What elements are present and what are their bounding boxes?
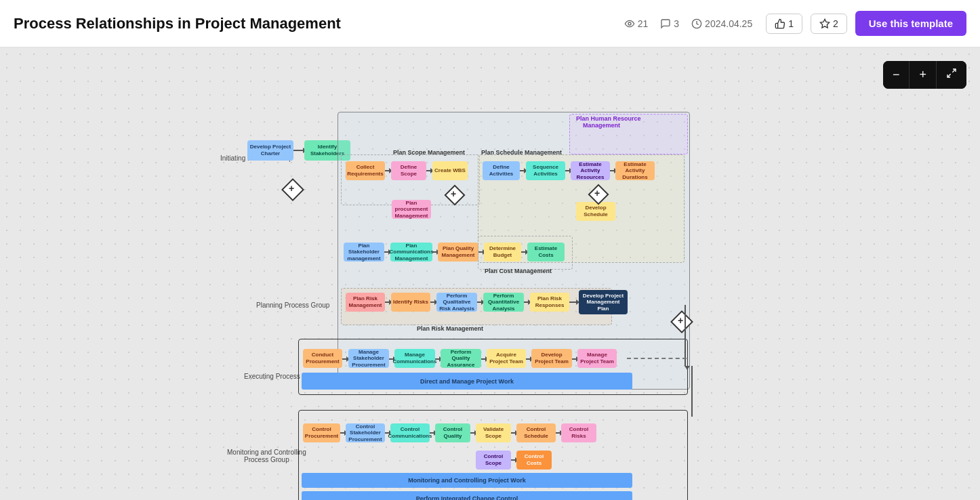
connector-exec-back [627,358,687,359]
plan-stakeholder-node: Plan Stakeholder management [344,243,384,262]
create-wbs-node: Create WBS [432,161,468,180]
fullscreen-button[interactable] [937,61,966,89]
plan-risk-responses-node: Plan Risk Responses [530,293,569,312]
develop-charter-node: Develop Project Charter [247,140,293,161]
direct-manage-bar: Direct and Manage Project Work [302,373,632,390]
header-meta: 21 3 2024.04.25 [624,18,752,29]
views-count: 21 [624,18,649,29]
manage-comm-node: Manage Communications [394,349,435,368]
conduct-procurement-node: Conduct Procurement [303,349,342,368]
plan-risk-section-label: Plan Risk Management [417,325,483,332]
perform-quantitative-node: Perform Quantitative Analysis [483,293,524,312]
diamond-planning-end: + [674,314,690,330]
svg-line-3 [952,69,956,72]
monitor-bar: Monitoring and Controlling Project Work [302,473,632,488]
perform-qualitative-node: Perform Qualitative Risk Analysis [436,293,477,312]
diamond-procurement: + [447,188,462,203]
planning-label: Planning Process Group [256,301,329,309]
zoom-in-button[interactable]: + [910,61,937,89]
monitoring-label: Monitoring and Controlling Process Group [227,449,306,463]
svg-point-0 [628,22,631,25]
header: Process Relationships in Project Managem… [0,0,980,47]
collect-req-node: Collect Requirements [346,161,385,180]
develop-pm-plan-node: Develop Project Management Plan [579,290,628,314]
cost-dashed-box [478,236,573,270]
validate-scope-node: Validate Scope [476,423,511,442]
svg-line-4 [947,74,951,77]
header-actions: 1 2 Use this template [766,11,966,36]
develop-team-node: Develop Project Team [531,349,572,368]
page-title: Process Relationships in Project Managem… [14,15,624,33]
manage-stakeholder-exec-node: Manage Stakeholder Procurement [348,349,389,368]
control-costs-node: Control Costs [516,451,552,470]
plan-hr-label: Plan Human Resource [576,115,641,122]
perform-quality-node: Perform Quality Assurance [441,349,481,368]
identify-risks-node: Identify Risks [391,293,430,312]
diamond-initiating: + [285,182,301,198]
acquire-team-node: Acquire Project Team [487,349,526,368]
sequence-activities-node: Sequence Activities [526,161,565,180]
develop-schedule-node: Develop Schedule [576,202,615,221]
plan-hr-label2: Management [583,122,620,129]
plan-quality-node: Plan Quality Management [438,243,478,262]
connector-v1 [685,305,686,366]
diamond-schedule: + [591,187,606,202]
plan-cost-label: Plan Cost Management [485,268,552,274]
control-schedule-node: Control Schedule [516,423,556,442]
plan-risk-node: Plan Risk Management [346,293,385,312]
plan-comm-node: Plan Communications Management [390,243,432,262]
control-procurement-node: Control Procurement [303,423,340,442]
zoom-out-button[interactable]: − [883,61,910,89]
define-activities-node: Define Activities [483,161,520,180]
est-resources-node: Estimate Activity Resources [571,161,610,180]
diagram: Initiating Process Group Planning Proces… [14,54,773,500]
control-scope-node: Control Scope [476,451,511,470]
date: 2024.04.25 [691,18,752,29]
control-risks-node: Control Risks [561,423,596,442]
comments-count: 3 [660,18,679,29]
est-durations-node: Estimate Activity Durations [615,161,655,180]
like-button[interactable]: 1 [766,14,802,34]
plan-procurement-node: Plan procurement Management [392,200,431,219]
manage-team-node: Manage Project Team [577,349,617,368]
star-button[interactable]: 2 [811,14,847,34]
control-comm-node: Control Communications [390,423,430,442]
integrated-bar: Perform Integrated Change Control [302,491,632,500]
svg-marker-2 [820,19,829,28]
zoom-controls: − + [883,61,966,89]
define-scope-node: Define Scope [391,161,426,180]
control-quality-node: Control Quality [435,423,470,442]
connector-mon-exec [691,366,693,417]
control-stakeholder-node: Control Stakeholder Procurement [346,423,385,442]
use-template-button[interactable]: Use this template [855,11,966,36]
canvas-area: − + Initiating Process Group Planning Pr… [0,47,980,500]
